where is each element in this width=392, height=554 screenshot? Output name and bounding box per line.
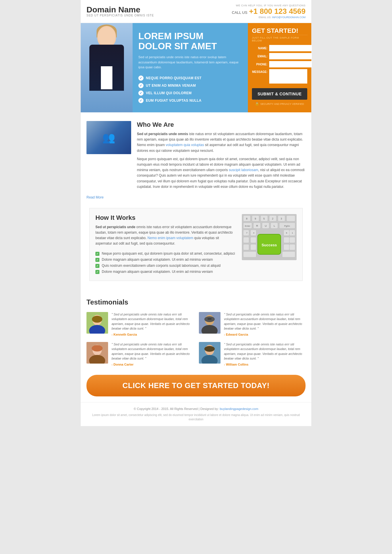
svg-text:2: 2 [272, 217, 273, 220]
name-group: NAME: [252, 45, 307, 51]
message-input[interactable] [269, 69, 307, 84]
keyboard-visual: 8 9 5 2 3 Enter R U L PgDn [242, 214, 297, 260]
svg-rect-34 [284, 244, 289, 250]
how-check-4 [95, 270, 99, 274]
voluptatem-link[interactable]: voluptatem quia voluptas [166, 143, 204, 147]
svg-rect-37 [282, 252, 295, 257]
quote-3: " Sed ut perspiciatis unde omnis iste na… [112, 342, 193, 361]
cta-section: CLICK HERE TO GET STARTED TODAY! [81, 369, 311, 402]
phone-group: PHONE: [252, 61, 307, 67]
submit-button[interactable]: SUBMIT & CONTINUE [252, 88, 307, 100]
designer-link[interactable]: buylandingpagedesign.com [220, 407, 258, 411]
hero-content: LOREM IPSUM DOLOR SIT AMET Sed ut perspi… [133, 23, 248, 112]
quote-1: " Sed ut perspiciatis unde omnis iste na… [112, 312, 193, 331]
email-label: EMAIL: [252, 55, 267, 58]
footer-description: Lorem ipsum dolor sit amet, consectetur … [86, 413, 306, 421]
who-we-are-text: Who We Are Sed ut perspiciatis unde omni… [137, 121, 306, 192]
svg-text:Enter: Enter [245, 225, 250, 227]
svg-rect-6 [287, 215, 295, 221]
person-1-svg [86, 312, 108, 334]
svg-rect-31 [289, 237, 295, 243]
how-bullets: Neque porro quisquam est, qui dolorem ip… [95, 251, 236, 275]
how-bullet-2: Dolore magnam aliquam quaerat voluptatem… [95, 257, 236, 263]
how-image: 8 9 5 2 3 Enter R U L PgDn [242, 214, 297, 275]
quote-2: " Sed ut perspiciatis unde omnis iste na… [224, 312, 306, 331]
header: Domain Name Sed ut perspiciatis unde omn… [81, 0, 311, 23]
svg-text:4: 4 [253, 232, 255, 234]
how-check-3 [95, 264, 99, 268]
svg-rect-33 [250, 244, 256, 250]
group-silhouette: 👥 [86, 121, 131, 154]
hero-bullets: NEQUE PORRO QUISQUAM EST UT ENIM AD MINI… [138, 74, 242, 104]
email-line: EMAIL US: info@yourdomain.com [232, 16, 306, 19]
hero-image [81, 23, 133, 112]
email-group: EMAIL: [252, 53, 307, 59]
who-we-are-title: Who We Are [137, 121, 306, 128]
svg-rect-32 [243, 244, 249, 250]
group-photo: 👥 [86, 121, 131, 154]
how-check-1 [95, 252, 99, 256]
phone-number: +1 800 123 4569 [249, 7, 306, 16]
person-4-svg [199, 342, 220, 364]
svg-text:6: 6 [286, 232, 287, 234]
how-intro: Sed ut perspiciatis unde omnis iste natu… [95, 224, 236, 247]
face-decoration [97, 26, 116, 48]
can-help-text: WE CAN HELP YOU, IF YOU HAVE ANY QUESTIO… [232, 4, 306, 7]
hero-title: LOREM IPSUM DOLOR SIT AMET [138, 31, 242, 51]
hero-description: Sed ut perspiciatis unde omnis iste natu… [138, 55, 242, 70]
bullet-2: UT ENIM AD MINIMA VENIAM [138, 82, 242, 89]
how-title: How It Works [95, 214, 236, 222]
nemo-link[interactable]: Nemo enim ipsam voluptatem [148, 236, 193, 240]
svg-text:8: 8 [246, 217, 247, 220]
lock-icon: 🔒 [255, 102, 259, 106]
name-4: - William Collins [224, 363, 306, 366]
person-2-svg [199, 312, 220, 334]
how-check-2 [95, 258, 99, 262]
bullet-1: NEQUE PORRO QUISQUAM EST [138, 74, 242, 82]
testimonial-text-3: " Sed ut perspiciatis unde omnis iste na… [112, 342, 193, 366]
form-subtitle: JUST FILL OUT THE SIMPLE FORM BELOW [252, 35, 307, 42]
cta-button[interactable]: CLICK HERE TO GET STARTED TODAY! [86, 375, 306, 396]
svg-point-53 [92, 345, 103, 351]
email-link[interactable]: info@yourdomain.com [272, 16, 306, 19]
svg-text:PgDn: PgDn [284, 225, 290, 227]
security-badge: 🔒 SECURITY AND PRIVACY VERIFIED [252, 102, 307, 106]
email-input[interactable] [269, 53, 312, 59]
svg-text:7: 7 [246, 232, 248, 234]
who-we-are-image: 👥 [86, 121, 131, 154]
phone-input[interactable] [269, 61, 312, 67]
keyboard-svg: 8 9 5 2 3 Enter R U L PgDn [242, 214, 297, 260]
check-icon-4 [138, 98, 144, 103]
testimonial-text-4: " Sed ut perspiciatis unde omnis iste na… [224, 342, 306, 366]
suscipit-link[interactable]: suscipit laboriosam [229, 168, 258, 172]
header-right: WE CAN HELP YOU, IF YOU HAVE ANY QUESTIO… [232, 4, 306, 19]
email-label: EMAIL US: [259, 16, 271, 19]
check-icon-2 [138, 83, 144, 88]
testimonial-3: " Sed ut perspiciatis unde omnis iste na… [86, 342, 193, 366]
svg-text:L: L [274, 224, 275, 227]
svg-text:1: 1 [292, 232, 293, 234]
message-group: MESSAGE: [252, 69, 307, 84]
who-we-are-para1: Sed ut perspiciatis unde omnis iste natu… [137, 131, 306, 154]
who-we-are-section: 👥 Who We Are Sed ut perspiciatis unde om… [81, 112, 311, 208]
testimonial-4: " Sed ut perspiciatis unde omnis iste na… [199, 342, 306, 366]
person-3-svg [86, 342, 108, 364]
check-icon-3 [138, 90, 144, 96]
how-it-works-section: How It Works Sed ut perspiciatis unde om… [89, 208, 303, 281]
how-it-works-wrapper: How It Works Sed ut perspiciatis unde om… [81, 208, 311, 292]
svg-text:3: 3 [280, 217, 282, 220]
read-more-link[interactable]: Read More [86, 195, 306, 199]
domain-name: Domain Name [86, 6, 154, 14]
message-label: MESSAGE: [252, 70, 267, 73]
name-input[interactable] [269, 45, 312, 51]
testimonial-2: " Sed ut perspiciatis unde omnis iste na… [199, 312, 306, 336]
how-inner-layout: How It Works Sed ut perspiciatis unde om… [95, 214, 297, 275]
shirt-decoration [101, 66, 112, 89]
testimonial-img-4 [199, 342, 220, 364]
svg-rect-35 [289, 244, 295, 250]
svg-text:R: R [256, 224, 258, 227]
hero-section: LOREM IPSUM DOLOR SIT AMET Sed ut perspi… [81, 23, 311, 112]
who-we-are-para2: Neque porro quisquam est, qui dolorem ip… [137, 156, 306, 190]
name-label: NAME: [252, 47, 267, 50]
call-us-label: CALL US [232, 10, 247, 15]
